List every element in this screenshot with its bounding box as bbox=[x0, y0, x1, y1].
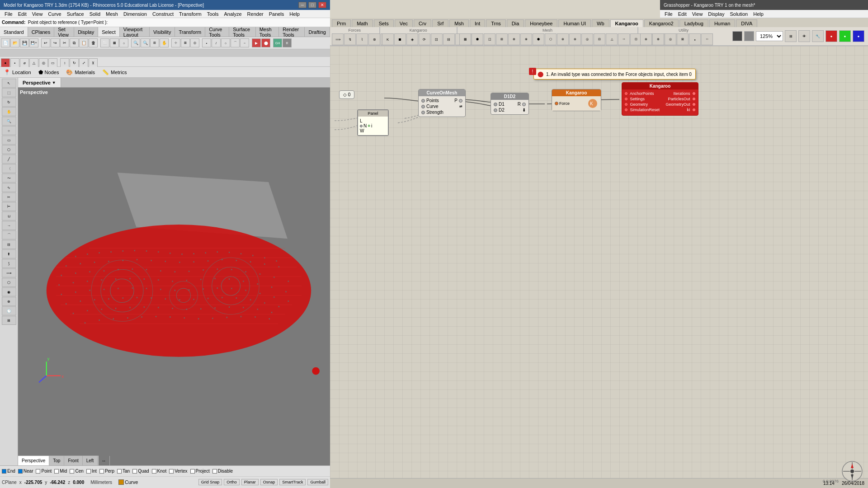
menu-mesh[interactable]: Mesh bbox=[103, 11, 121, 17]
gh-slider-node[interactable]: ◇ 0 bbox=[339, 90, 354, 99]
menu-transform[interactable]: Transform bbox=[176, 11, 204, 17]
tb-delete[interactable]: 🗑 bbox=[89, 38, 98, 47]
snap-end-checkbox[interactable] bbox=[2, 469, 6, 474]
tab-setview[interactable]: Set View bbox=[54, 27, 74, 37]
snap-mid-checkbox[interactable] bbox=[54, 469, 59, 474]
gh-menu-edit[interactable]: Edit bbox=[675, 11, 689, 17]
tool-freeform[interactable]: ∿ bbox=[2, 183, 16, 192]
tb-rotate[interactable]: ↻ bbox=[70, 58, 79, 67]
btn-osnap[interactable]: Osnap bbox=[260, 479, 278, 485]
snap-point-checkbox[interactable] bbox=[36, 469, 40, 474]
vp-btab-left[interactable]: Left bbox=[83, 456, 98, 465]
gh-tab-msh[interactable]: Msh bbox=[449, 19, 469, 27]
tb-zoom-in[interactable]: 🔍 bbox=[131, 38, 140, 47]
gh-menu-solution[interactable]: Solution bbox=[727, 11, 750, 17]
snap-mid[interactable]: Mid bbox=[54, 469, 67, 474]
menu-help[interactable]: Help bbox=[287, 11, 302, 17]
menu-edit[interactable]: Edit bbox=[15, 11, 29, 17]
tab-mesh-tools[interactable]: Mesh Tools bbox=[256, 27, 279, 37]
gh-curve-node[interactable]: CurveOnMesh Points P Curve bbox=[418, 89, 466, 117]
gh-mesh-btn1[interactable]: ▦ bbox=[459, 33, 471, 45]
snap-disable[interactable]: Disable bbox=[212, 469, 233, 474]
gh-kang-btn5[interactable]: ⊡ bbox=[431, 33, 443, 45]
snap-near[interactable]: Near bbox=[18, 469, 33, 474]
tb-pan[interactable]: ✋ bbox=[160, 38, 169, 47]
gh-mesh-btn6[interactable]: ⊗ bbox=[520, 33, 532, 45]
gh-tab-sets[interactable]: Sets bbox=[374, 19, 394, 27]
gh-mesh-btn13[interactable]: △ bbox=[606, 33, 618, 45]
tool-history[interactable]: 🕑 bbox=[2, 306, 16, 315]
gh-menu-view[interactable]: View bbox=[689, 11, 706, 17]
tb-arc[interactable]: ⌒ bbox=[231, 38, 240, 47]
snap-perp-checkbox[interactable] bbox=[99, 469, 104, 474]
tb-redo[interactable]: ↪ bbox=[51, 38, 60, 47]
vp-tab-perspective[interactable]: Perspective ▼ bbox=[18, 78, 61, 87]
snap-tan[interactable]: Tan bbox=[117, 469, 130, 474]
gh-btn-bg-dark[interactable] bbox=[732, 31, 742, 41]
menu-panels[interactable]: Panels bbox=[266, 11, 287, 17]
btn-smarttrack[interactable]: SmartTrack bbox=[279, 479, 306, 485]
tb-move[interactable]: ↕ bbox=[60, 58, 69, 67]
gh-mesh-btn4[interactable]: ⊞ bbox=[496, 33, 508, 45]
tab-standard[interactable]: Standard bbox=[0, 27, 28, 37]
tab-cplanes[interactable]: CPlanes bbox=[28, 27, 55, 37]
tool-rotate-view[interactable]: ↻ bbox=[2, 98, 16, 107]
gh-mesh-btn7[interactable]: ⬢ bbox=[533, 33, 544, 45]
tool-extrude[interactable]: ⬆ bbox=[2, 249, 16, 258]
gh-tab-kangaroo2[interactable]: Kangaroo2 bbox=[644, 19, 679, 27]
gh-menu-help[interactable]: Help bbox=[750, 11, 766, 17]
gh-force-btn2[interactable]: ↯ bbox=[344, 33, 356, 45]
gh-d1d2-node[interactable]: D1D2 D1 R D2 bbox=[491, 93, 529, 115]
gh-tab-ladybug[interactable]: Ladybug bbox=[679, 19, 708, 27]
tool-loft[interactable]: ⟆ bbox=[2, 259, 16, 268]
tab-viewport-layout[interactable]: Viewport Layout bbox=[120, 27, 150, 37]
gh-kang-btn4[interactable]: ⟳ bbox=[419, 33, 430, 45]
tb-box[interactable]: ▪ bbox=[10, 58, 19, 67]
tb-window-sel[interactable]: ▦ bbox=[110, 38, 119, 47]
tool-gumball[interactable]: ⊕ bbox=[2, 297, 16, 306]
gh-btn-bg-mid[interactable] bbox=[744, 31, 754, 41]
snap-disable-checkbox[interactable] bbox=[212, 469, 217, 474]
gh-btn-view1[interactable]: ⊞ bbox=[785, 30, 797, 42]
gh-tab-srf[interactable]: Srf bbox=[432, 19, 448, 27]
snap-cen-checkbox[interactable] bbox=[70, 469, 74, 474]
menu-dimension[interactable]: Dimension bbox=[121, 11, 150, 17]
gh-tab-trns[interactable]: Trns bbox=[486, 19, 506, 27]
gh-tab-diva[interactable]: DIVA bbox=[736, 19, 757, 27]
gh-tab-crv[interactable]: Crv bbox=[414, 19, 431, 27]
gh-zoom-select[interactable]: 125% 100% 150% 75% bbox=[756, 31, 783, 41]
gh-btn-red[interactable]: ● bbox=[826, 30, 837, 42]
tb-copy[interactable]: ⧉ bbox=[70, 38, 79, 47]
snap-vertex-checkbox[interactable] bbox=[169, 469, 174, 474]
gh-mesh-btn5[interactable]: ⊕ bbox=[508, 33, 520, 45]
btn-grid-snap[interactable]: Grid Snap bbox=[198, 479, 222, 485]
gh-mesh-btn12[interactable]: ⊟ bbox=[594, 33, 605, 45]
gh-tab-vec[interactable]: Vec bbox=[395, 19, 413, 27]
rhino-minimize-btn[interactable]: ─ bbox=[298, 2, 307, 8]
tb-rhino-logo[interactable]: R bbox=[283, 38, 292, 47]
menu-tools[interactable]: Tools bbox=[204, 11, 222, 17]
tb-save[interactable]: 💾 bbox=[20, 38, 29, 47]
gh-force-btn1[interactable]: ⟹ bbox=[332, 33, 344, 45]
obj-prop-materials[interactable]: 🎨 Materials bbox=[66, 69, 95, 75]
tab-render-tools[interactable]: Render Tools bbox=[279, 27, 305, 37]
gh-tab-prm[interactable]: Prm bbox=[332, 19, 351, 27]
tb-paste[interactable]: 📋 bbox=[79, 38, 88, 47]
gh-tab-wb[interactable]: Wb bbox=[592, 19, 609, 27]
gh-btn-blue[interactable]: ● bbox=[853, 30, 864, 42]
snap-project-checkbox[interactable] bbox=[190, 469, 195, 474]
tb-ortho[interactable]: ⊠ bbox=[181, 38, 190, 47]
tb-scale[interactable]: ⤢ bbox=[79, 58, 88, 67]
snap-project[interactable]: Project bbox=[190, 469, 210, 474]
snap-int-checkbox[interactable] bbox=[86, 469, 91, 474]
tool-mesh[interactable]: ⬡ bbox=[2, 278, 16, 287]
tb-zoom-ext[interactable]: ⊞ bbox=[150, 38, 159, 47]
tb-open[interactable]: 📂 bbox=[10, 38, 19, 47]
tool-sweep[interactable]: ⟿ bbox=[2, 268, 16, 277]
rhino-close-btn[interactable]: ✕ bbox=[318, 2, 326, 8]
snap-knot-checkbox[interactable] bbox=[152, 469, 156, 474]
btn-planar[interactable]: Planar bbox=[241, 479, 259, 485]
tb-gh[interactable]: GH bbox=[273, 38, 282, 47]
obj-prop-metrics[interactable]: 📏 Metrics bbox=[102, 69, 127, 75]
btn-ortho[interactable]: Ortho bbox=[224, 479, 240, 485]
